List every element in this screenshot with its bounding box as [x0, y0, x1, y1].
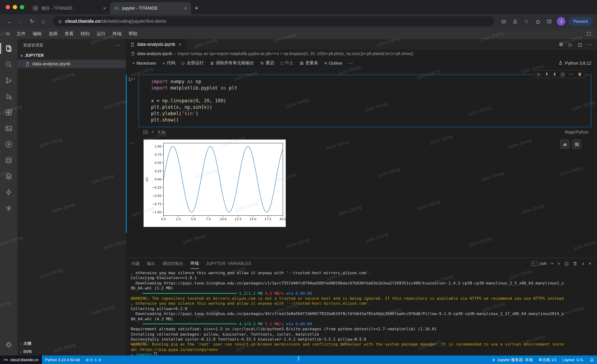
- activity-source-control-icon[interactable]: [0, 72, 17, 88]
- menu-item-terminal[interactable]: 终端: [110, 29, 125, 38]
- activity-media-icon[interactable]: [0, 120, 17, 136]
- tab-close-icon[interactable]: ×: [183, 5, 188, 11]
- sidebar-section-outline[interactable]: › 大纲: [17, 339, 126, 347]
- new-tab-button[interactable]: +: [191, 3, 202, 14]
- toolbar-more-button[interactable]: ⋯: [346, 60, 356, 67]
- browser-tab-jupyter[interactable]: jupyter - TITANIDE ×: [110, 2, 191, 14]
- add-markdown-button[interactable]: +Markdown: [129, 60, 159, 67]
- menu-item-file[interactable]: 文件: [14, 29, 29, 38]
- back-button[interactable]: ←: [4, 16, 14, 26]
- activity-database-icon[interactable]: [0, 152, 17, 168]
- activity-layers-icon[interactable]: [0, 168, 17, 184]
- tab-close-icon[interactable]: ×: [102, 5, 107, 11]
- execute-cell-icon[interactable]: ▷: [537, 72, 541, 77]
- address-bar[interactable]: cloud.titanide.cn/ide/web/coding/jupyter…: [53, 16, 495, 26]
- home-button[interactable]: ⌂: [38, 16, 48, 26]
- variables-button[interactable]: ⊞变量表: [297, 59, 321, 67]
- keyboard-layout[interactable]: Layout: U.S.: [559, 358, 587, 362]
- code-cell[interactable]: ▷ ⇞ ⇟ ◫ ⋯ import numpy as npimport matpl…: [139, 75, 591, 127]
- profile-avatar[interactable]: J: [557, 17, 566, 26]
- expand-panel-chevrons-icon[interactable]: ∧∧: [297, 356, 299, 360]
- fullscreen-icon[interactable]: [586, 31, 594, 36]
- jupyter-server-status[interactable]: Jupyter 服务器: 本地: [489, 357, 536, 362]
- run-all-button[interactable]: ▷全部运行: [179, 59, 207, 67]
- editor-more-icon[interactable]: ⋯: [587, 42, 592, 47]
- notifications-bell-icon[interactable]: [587, 357, 597, 362]
- window-close-button[interactable]: [6, 5, 10, 9]
- tab-output[interactable]: 输出: [147, 258, 155, 269]
- sidebar-item-notebook[interactable]: data-analysis.ipynb: [17, 60, 126, 68]
- kill-terminal-icon[interactable]: [573, 261, 577, 266]
- close-panel-icon[interactable]: ×: [589, 261, 591, 266]
- window-zoom-button[interactable]: [20, 5, 24, 9]
- reload-button[interactable]: ↻: [27, 16, 37, 26]
- run-editor-icon[interactable]: ▷: [569, 42, 572, 47]
- tab-problems[interactable]: 问题: [132, 258, 140, 269]
- delete-cell-icon[interactable]: [577, 72, 582, 77]
- problems-summary[interactable]: ⊘ 0 ⚠ 0: [83, 357, 104, 362]
- sidebar-toggle-icon[interactable]: [544, 16, 554, 26]
- activity-search-icon[interactable]: [0, 56, 17, 72]
- menu-item-help[interactable]: 帮助: [126, 29, 141, 38]
- execute-below-icon[interactable]: ⇟: [553, 72, 556, 77]
- activity-run-debug-icon[interactable]: [0, 88, 17, 104]
- browser-tab-project[interactable]: 项目 - TITANIDE ×: [29, 2, 110, 14]
- share-icon[interactable]: [510, 16, 520, 26]
- restart-button[interactable]: ↻重启: [258, 59, 277, 67]
- sidebar-section-svn[interactable]: › SVN: [17, 347, 126, 356]
- cell-language-picker[interactable]: MagicPython: [565, 130, 592, 134]
- save-output-icon[interactable]: [572, 139, 581, 149]
- sidebar-more-icon[interactable]: ⋯: [115, 42, 120, 48]
- cell-more-actions-icon[interactable]: ⋯: [569, 72, 573, 77]
- activity-run-all-icon[interactable]: [0, 136, 17, 152]
- terminal-profile-dropdown-icon[interactable]: ∨: [558, 262, 560, 265]
- cell-indicator[interactable]: 单元格 1/1: [535, 357, 559, 362]
- run-cell-button[interactable]: ▷ ∨: [129, 76, 135, 82]
- menu-item-selection[interactable]: 选择: [46, 29, 61, 38]
- extensions-puzzle-icon[interactable]: [533, 16, 543, 26]
- editor-tab-notebook[interactable]: data-analysis.ipynb ×: [126, 39, 186, 50]
- shell-selector[interactable]: >_ zsh: [531, 261, 547, 266]
- tab-jupyter-variables[interactable]: JUPYTER: VARIABLES: [206, 258, 251, 269]
- change-presentation-icon[interactable]: [560, 139, 569, 149]
- terminal-output[interactable]: , otherwise you may silence this warning…: [126, 269, 597, 356]
- activity-plugin-icon[interactable]: [0, 200, 17, 216]
- activity-extensions-icon[interactable]: [0, 104, 17, 120]
- outline-button[interactable]: ≡Outline: [322, 60, 345, 67]
- execute-above-icon[interactable]: ⇞: [545, 72, 549, 77]
- bookmark-star-icon[interactable]: ☆: [521, 16, 531, 26]
- paused-button[interactable]: Paused: [568, 17, 593, 26]
- settings-gear-icon[interactable]: [0, 337, 17, 353]
- cell-code-editor[interactable]: import numpy as npimport matplotlib.pypl…: [151, 78, 587, 123]
- remote-indicator[interactable]: >< cloud.titanide.cn: [0, 356, 42, 364]
- capture-icon[interactable]: [499, 16, 509, 26]
- tab-terminal[interactable]: 终端: [190, 258, 199, 269]
- clear-outputs-button[interactable]: ≣清除所有单元格输出: [207, 59, 257, 67]
- python-interpreter[interactable]: Python 3.10.4 64-bit: [42, 358, 83, 362]
- output-options-icon[interactable]: ⋯: [130, 140, 135, 146]
- breadcrumb-cell-content[interactable]: import numpy as np↵import matplotlib.pyp…: [178, 51, 414, 56]
- split-terminal-icon[interactable]: ◫: [565, 261, 569, 266]
- editor-tab-close-icon[interactable]: ×: [178, 42, 182, 47]
- breadcrumb[interactable]: data-analysis.ipynb › import numpy as np…: [126, 50, 597, 58]
- forward-button[interactable]: →: [16, 16, 26, 26]
- activity-power-icon[interactable]: [0, 184, 17, 200]
- menu-item-run[interactable]: 运行: [94, 29, 109, 38]
- split-editor-icon[interactable]: ◫: [578, 42, 582, 47]
- new-terminal-button[interactable]: +: [551, 261, 553, 266]
- menu-item-view[interactable]: 查看: [62, 29, 77, 38]
- interrupt-button[interactable]: □中止: [278, 59, 297, 67]
- activity-explorer-icon[interactable]: [0, 40, 17, 56]
- window-minimize-button[interactable]: [13, 5, 17, 9]
- add-code-button[interactable]: +代码: [160, 59, 178, 67]
- split-cell-icon[interactable]: ◫: [561, 72, 565, 77]
- menu-item-go[interactable]: 转到: [78, 29, 93, 38]
- app-logo-icon[interactable]: [3, 31, 13, 36]
- sidebar-section-jupyter[interactable]: ∨ JUPYTER: [17, 51, 126, 60]
- notebook-settings-gear-icon[interactable]: [558, 42, 563, 47]
- menu-item-edit[interactable]: 编辑: [30, 29, 45, 38]
- kernel-picker[interactable]: Python 3.8.12: [558, 61, 593, 66]
- breadcrumb-file[interactable]: data-analysis.ipynb: [137, 52, 172, 56]
- tab-debug-console[interactable]: 调试控制台: [162, 258, 183, 269]
- maximize-panel-icon[interactable]: ∧: [582, 262, 584, 265]
